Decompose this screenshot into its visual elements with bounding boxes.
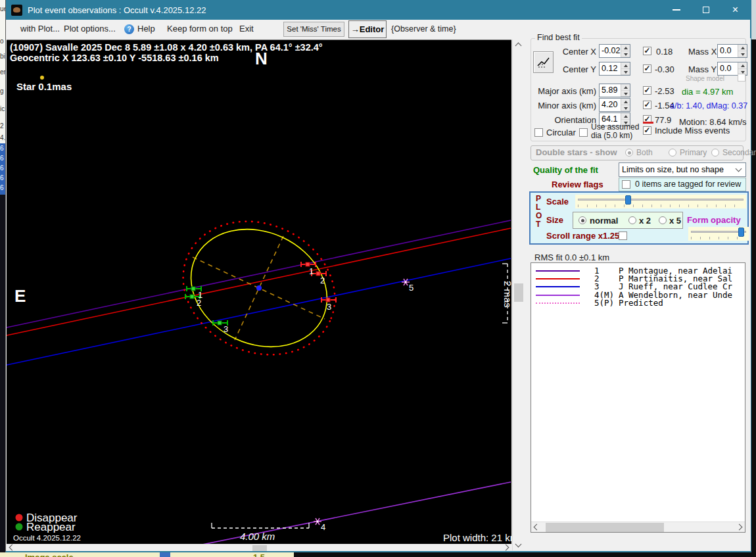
form-opacity-label: Form opacity [687, 215, 741, 225]
center-y-residual: -0.30 [655, 64, 674, 74]
plot-title-line2: Geocentric X 123.63 ±0.10 Y -5518.63 ±0.… [10, 53, 219, 63]
size-normal-label: normal [590, 216, 618, 226]
observers-list[interactable]: 1P Montague, near Adelai2P Martinaitis, … [531, 262, 745, 533]
svg-text:5: 5 [409, 283, 413, 293]
scale-slider-thumb[interactable] [625, 195, 631, 205]
svg-text:2: 2 [197, 298, 201, 308]
plot-letter-t: T [536, 220, 540, 229]
plot-hscroll-thumb[interactable] [252, 545, 267, 551]
center-y-checkbox[interactable] [643, 64, 651, 73]
observer-line-swatch [536, 270, 580, 272]
include-miss-checkbox[interactable] [643, 126, 651, 135]
review-flags-checkbox[interactable] [622, 180, 630, 189]
center-x-checkbox[interactable] [643, 47, 651, 55]
center-x-label: Center X [546, 47, 596, 57]
major-axis-spinner[interactable]: 5.89 [599, 84, 630, 97]
size-label: Size [546, 215, 563, 225]
minor-axis-label: Minor axis (km) [533, 101, 596, 110]
include-miss-label: Include Miss events [655, 126, 730, 135]
red-marker-line [643, 122, 653, 124]
plot-horizontal-scrollbar[interactable] [7, 544, 511, 551]
double-secondary-label: Secondary [722, 148, 756, 157]
quality-combobox[interactable]: Limits on size, but no shape [619, 162, 746, 177]
use-assumed-checkbox[interactable] [579, 128, 588, 137]
editor-button[interactable]: →Editor [348, 20, 387, 38]
menu-keep-on-top[interactable]: Keep form on top [167, 24, 233, 34]
quality-label: Quality of the fit [533, 165, 598, 175]
minor-axis-checkbox[interactable] [643, 101, 651, 109]
ab-dmag-label: a/b: 1.40, dMag: 0.37 [670, 101, 747, 110]
size-normal-radio[interactable] [579, 216, 586, 224]
scale-slider[interactable] [575, 195, 746, 208]
major-axis-checkbox[interactable] [643, 86, 651, 95]
disappear-legend-dot [16, 514, 23, 521]
window-title: Plot event observations : Occult v.4.202… [28, 5, 206, 15]
help-icon[interactable]: ? [124, 24, 134, 34]
plot-width-label: Plot width: 21 km [443, 532, 511, 543]
size-x5-radio[interactable] [659, 216, 667, 224]
orientation-label: Orientation [533, 115, 596, 125]
mass-x-label: Mass X [688, 47, 717, 57]
menu-help[interactable]: Help [137, 24, 155, 34]
plot-canvas[interactable]: 1 2 3 1 [7, 39, 511, 544]
center-y-spinner[interactable]: 0.12 [599, 62, 630, 76]
double-secondary-radio[interactable] [711, 149, 719, 157]
main-window: Plot event observations : Occult v.4.202… [5, 0, 751, 552]
form-opacity-slider[interactable] [688, 227, 749, 241]
image-scale-value: 1.5 [253, 552, 265, 557]
double-primary-label: Primary [680, 148, 707, 157]
dia-label: dia = 4.97 km [682, 87, 733, 97]
center-x-residual: 0.18 [656, 47, 673, 57]
set-miss-times-button[interactable]: Set 'Miss' Times [283, 22, 344, 37]
double-primary-radio[interactable] [669, 149, 676, 157]
mass-y-label: Mass Y [688, 64, 717, 74]
app-icon [11, 5, 22, 16]
size-x2-radio[interactable] [628, 216, 636, 224]
minor-axis-spinner[interactable]: 4.20 [599, 98, 630, 112]
close-button[interactable]: × [721, 0, 750, 20]
review-flags-label: Review flags [552, 180, 603, 189]
circular-checkbox[interactable] [534, 128, 543, 137]
plot-title-line1: (10907) Savalle 2025 Dec 8 5.89 ±1.08 x … [10, 42, 323, 53]
observer-row[interactable]: 5(P)Predicted [531, 299, 745, 307]
maximize-button[interactable] [691, 0, 721, 20]
menu-plot-options[interactable]: Plot options... [64, 24, 116, 34]
observers-hscroll-thumb[interactable] [546, 523, 664, 532]
image-scale-label: Image scale [25, 552, 74, 557]
use-assumed-label-2: dia (5.0 km) [591, 131, 632, 140]
plot-vertical-scrollbar[interactable] [512, 39, 525, 550]
north-label: N [255, 49, 268, 68]
scale-bar-label: 4.00 km [240, 531, 275, 542]
scale-label: Scale [546, 197, 569, 206]
scroll-range-checkbox[interactable] [619, 231, 627, 240]
screen: ueobiergic24.66666 Image scale 1.5 Plot … [0, 0, 756, 557]
observers-hscroll[interactable] [531, 521, 745, 532]
find-best-fit-label: Find best fit [535, 33, 582, 42]
mass-x-spinner[interactable]: 0.0 [717, 44, 747, 58]
minimize-button[interactable] [661, 0, 691, 20]
observer-line-swatch [536, 303, 580, 304]
menu-with-plot[interactable]: with Plot... [20, 24, 60, 34]
size-radio-group: normal x 2 x 5 [573, 212, 683, 229]
plot-vscroll-thumb[interactable] [514, 283, 523, 302]
double-both-radio[interactable] [625, 149, 633, 157]
rms-fit-label: RMS fit 0.0 ±0.1 km [534, 253, 609, 262]
review-flags-box: 0 items are tagged for review [619, 178, 746, 191]
control-panel: Find best fit Center X -0.02 0.18 Mass X… [527, 38, 751, 551]
svg-text:2: 2 [320, 276, 325, 285]
circular-label: Circular [546, 128, 576, 137]
observer-name: Predicted [619, 298, 663, 308]
major-axis-label: Major axis (km) [533, 86, 596, 96]
size-x5-label: x 5 [669, 216, 681, 226]
form-opacity-thumb[interactable] [738, 228, 744, 237]
center-x-spinner[interactable]: -0.02 [599, 44, 630, 58]
observer-line-swatch [536, 286, 580, 287]
shape-model-checkbox[interactable] [738, 74, 745, 82]
east-label: E [14, 286, 26, 306]
menu-exit[interactable]: Exit [239, 24, 254, 34]
size-x2-label: x 2 [639, 216, 651, 226]
scroll-range-label: Scroll range x1.25 [546, 231, 619, 241]
star-dot [40, 76, 44, 80]
svg-text:1: 1 [309, 266, 314, 276]
orientation-residual: 77.9 [655, 115, 671, 125]
